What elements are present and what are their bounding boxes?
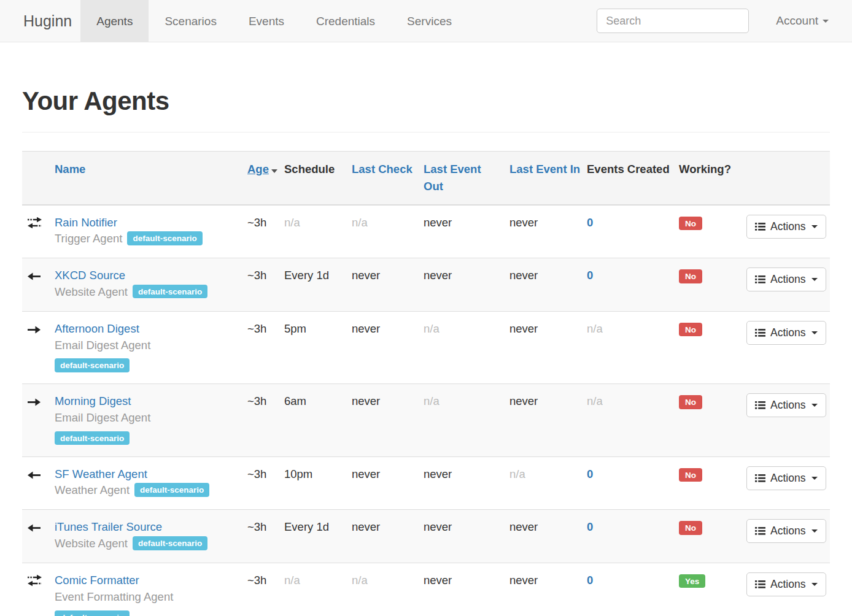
list-icon — [755, 328, 765, 337]
working-status-badge: No — [679, 323, 702, 337]
brand-logo[interactable]: Huginn — [0, 0, 80, 42]
cell-events-created[interactable]: 0 — [587, 456, 679, 510]
cell-last-check: never — [352, 258, 424, 312]
scenario-badge[interactable]: default-scenario — [133, 536, 207, 550]
agent-name-link[interactable]: iTunes Trailer Source — [55, 520, 162, 533]
cell-last-check: never — [352, 510, 424, 563]
events-count-link[interactable]: 0 — [587, 216, 593, 229]
cell-age: ~3h — [247, 456, 284, 510]
agent-subline: Weather Agentdefault-scenario — [55, 482, 241, 499]
cell-age: ~3h — [247, 258, 284, 312]
col-header-name[interactable]: Name — [55, 152, 247, 205]
cell-flow-icon — [22, 510, 55, 563]
agent-type-label: Website Agent — [55, 285, 128, 298]
cell-last-event-out: never — [424, 563, 509, 616]
scenario-badge[interactable]: default-scenario — [55, 431, 130, 445]
cell-last-event-out: never — [424, 258, 509, 312]
cell-name: SF Weather AgentWeather Agentdefault-sce… — [55, 456, 247, 510]
actions-dropdown-button[interactable]: Actions — [746, 321, 826, 345]
scenario-badge[interactable]: default-scenario — [127, 231, 202, 245]
scenario-badge[interactable]: default-scenario — [55, 358, 130, 372]
navbar-menu: AgentsScenariosEventsCredentialsServices — [80, 0, 468, 42]
cell-schedule: 6am — [284, 384, 352, 456]
cell-events-created: n/a — [587, 311, 679, 383]
cell-schedule: 10pm — [284, 456, 352, 510]
account-menu[interactable]: Account — [776, 14, 829, 28]
events-count-link[interactable]: 0 — [587, 269, 593, 282]
col-header-label[interactable]: Last Event In — [509, 163, 580, 175]
nav-item-services[interactable]: Services — [391, 0, 468, 42]
col-header-last-event-out[interactable]: Last Event Out — [424, 152, 509, 205]
scenario-badge[interactable]: default-scenario — [133, 285, 207, 299]
agent-name-link[interactable]: XKCD Source — [55, 269, 125, 282]
cell-events-created[interactable]: 0 — [587, 205, 679, 258]
cell-actions: Actions — [740, 205, 830, 258]
col-header-label: Schedule — [284, 163, 335, 175]
cell-age: ~3h — [247, 311, 284, 383]
agent-name-link[interactable]: SF Weather Agent — [55, 468, 147, 480]
cell-flow-icon — [22, 205, 55, 258]
cell-last-check: never — [352, 456, 424, 510]
cell-events-created[interactable]: 0 — [587, 563, 679, 616]
nav-item-events[interactable]: Events — [233, 0, 300, 42]
agent-name-link[interactable]: Afternoon Digest — [55, 322, 139, 335]
col-header-working: Working? — [679, 152, 740, 205]
col-header-label[interactable]: Age — [247, 163, 269, 175]
actions-button-label: Actions — [770, 472, 805, 485]
nav-item-agents[interactable]: Agents — [80, 0, 149, 42]
col-header-label[interactable]: Name — [55, 163, 85, 175]
events-count-link[interactable]: 0 — [587, 520, 593, 533]
actions-button-label: Actions — [770, 525, 805, 537]
search-input[interactable] — [597, 9, 749, 33]
cell-last-event-in: never — [509, 384, 587, 456]
chevron-down-icon — [811, 529, 818, 533]
agent-type-label: Weather Agent — [55, 483, 130, 496]
actions-dropdown-button[interactable]: Actions — [746, 572, 826, 596]
agent-type-label: Email Digest Agent — [55, 339, 150, 352]
actions-dropdown-button[interactable]: Actions — [746, 215, 826, 239]
agent-row-comic-formatter: Comic FormatterEvent Formatting Agentdef… — [22, 563, 830, 616]
cell-actions: Actions — [740, 563, 830, 616]
cell-name: Comic FormatterEvent Formatting Agentdef… — [55, 563, 247, 616]
actions-dropdown-button[interactable]: Actions — [746, 393, 826, 417]
col-header-label[interactable]: Last Check — [352, 163, 412, 175]
scenario-badge[interactable]: default-scenario — [55, 610, 130, 616]
sort-direction-icon — [271, 169, 277, 173]
chevron-down-icon — [811, 477, 818, 480]
cell-events-created[interactable]: 0 — [587, 258, 679, 312]
col-header-schedule: Schedule — [284, 152, 352, 205]
actions-dropdown-button[interactable]: Actions — [746, 268, 826, 291]
cell-name: XKCD SourceWebsite Agentdefault-scenario — [55, 258, 247, 312]
bidirectional-arrows-icon — [27, 217, 42, 229]
col-header-label[interactable]: Last Event Out — [424, 163, 481, 193]
bidirectional-arrows-icon — [27, 574, 42, 587]
cell-working: No — [679, 384, 740, 456]
actions-button-label: Actions — [770, 399, 805, 412]
cell-schedule: Every 1d — [284, 510, 352, 563]
cell-last-check: never — [352, 311, 424, 383]
cell-last-event-out: never — [424, 456, 509, 510]
agent-subline: Event Formatting Agent — [55, 589, 241, 606]
events-count-link[interactable]: 0 — [587, 468, 593, 480]
events-count-link[interactable]: 0 — [587, 574, 593, 587]
agent-subline: Website Agentdefault-scenario — [55, 536, 241, 552]
col-header-age[interactable]: Age — [247, 152, 284, 205]
chevron-down-icon — [823, 20, 829, 23]
working-status-badge: No — [679, 269, 702, 283]
col-header-last-event-in[interactable]: Last Event In — [509, 152, 587, 205]
nav-item-credentials[interactable]: Credentials — [300, 0, 391, 42]
cell-working: No — [679, 258, 740, 312]
agent-name-link[interactable]: Morning Digest — [55, 395, 131, 407]
nav-item-scenarios[interactable]: Scenarios — [149, 0, 233, 42]
col-header-last-check[interactable]: Last Check — [352, 152, 424, 205]
actions-dropdown-button[interactable]: Actions — [746, 519, 826, 543]
actions-button-label: Actions — [770, 220, 805, 233]
agent-name-link[interactable]: Rain Notifier — [55, 216, 117, 229]
actions-dropdown-button[interactable]: Actions — [746, 466, 826, 490]
cell-last-event-in: never — [509, 258, 587, 312]
agent-name-link[interactable]: Comic Formatter — [55, 574, 139, 587]
cell-name: Morning DigestEmail Digest Agentdefault-… — [55, 384, 247, 456]
scenario-badge[interactable]: default-scenario — [134, 483, 209, 497]
cell-age: ~3h — [247, 563, 284, 616]
cell-events-created[interactable]: 0 — [587, 510, 679, 563]
